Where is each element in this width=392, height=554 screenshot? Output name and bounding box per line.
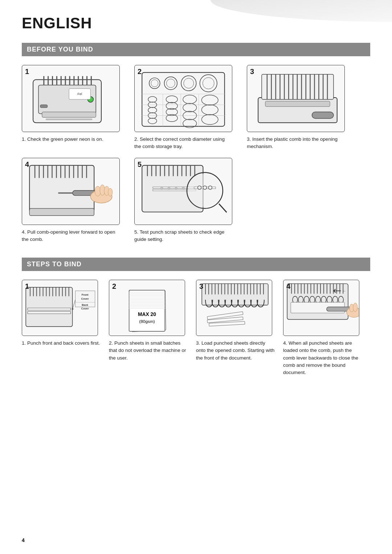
svg-point-113 xyxy=(188,174,221,207)
svg-rect-69 xyxy=(265,101,330,107)
bind-step-item-3: 3 xyxy=(196,280,276,376)
svg-rect-16 xyxy=(42,112,96,118)
bind-step3-caption: 3. Load punched sheets directly onto the… xyxy=(196,340,276,362)
svg-rect-143 xyxy=(129,290,165,332)
bind-step2-image: 2 MAX 20 xyxy=(109,280,185,336)
svg-text:Front: Front xyxy=(82,293,89,296)
svg-point-109 xyxy=(175,187,177,189)
step1-illustration: Fel xyxy=(22,65,119,132)
step1-number: 1 xyxy=(25,67,29,76)
step-item-4: 4 xyxy=(22,158,127,243)
step2-number: 2 xyxy=(138,67,142,76)
step3-caption: 3. Insert the plastic comb into the open… xyxy=(247,136,345,151)
svg-point-107 xyxy=(161,187,163,189)
svg-text:Cover: Cover xyxy=(81,297,89,300)
bind-step-item-4: 4 xyxy=(283,280,363,376)
svg-point-108 xyxy=(168,187,170,189)
section2-header: STEPS TO BIND xyxy=(22,258,370,271)
svg-rect-147 xyxy=(129,296,165,297)
bind-step4-number: 4 xyxy=(286,282,290,291)
svg-text:Back: Back xyxy=(82,303,89,307)
svg-point-90 xyxy=(108,188,113,196)
step3-image: 3 xyxy=(247,65,345,132)
svg-rect-15 xyxy=(40,105,48,108)
steps-to-bind-steps: 1 xyxy=(22,280,370,376)
section2-title: STEPS TO BIND xyxy=(27,260,365,268)
step2-caption: 2. Select the correct comb diameter usin… xyxy=(134,136,232,151)
step4-number: 4 xyxy=(25,160,29,169)
step-item-2: 2 xyxy=(134,65,240,151)
svg-text:Cover: Cover xyxy=(81,307,89,310)
step5-illustration xyxy=(135,158,232,225)
svg-point-110 xyxy=(182,187,184,189)
step2-image: 2 xyxy=(134,65,232,132)
bind-step2-caption: 2. Punch sheets in small batches that do… xyxy=(109,340,189,362)
bind-step-item-2: 2 MAX 20 xyxy=(109,280,189,376)
step1-image: 1 xyxy=(22,65,120,132)
svg-rect-153 xyxy=(129,305,165,306)
step2-illustration xyxy=(135,65,232,132)
svg-rect-155 xyxy=(129,308,165,309)
step4-caption: 4. Pull comb-opening lever forward to op… xyxy=(22,229,120,243)
step-item-3: 3 xyxy=(247,65,352,151)
step3-illustration xyxy=(247,65,344,132)
bind-step1-image: 1 xyxy=(22,280,98,336)
svg-rect-154 xyxy=(129,307,165,307)
step4-illustration xyxy=(22,158,119,225)
svg-text:←: ← xyxy=(343,289,346,293)
before-you-bind-steps: 1 xyxy=(22,65,370,243)
bind-step4-image: 4 xyxy=(283,280,359,336)
svg-text:MAX 20: MAX 20 xyxy=(138,311,156,317)
step5-number: 5 xyxy=(138,160,142,169)
bind-step3-image: 3 xyxy=(196,280,272,336)
header-decoration xyxy=(211,0,392,22)
step-item-5: 5 xyxy=(134,158,240,243)
svg-line-112 xyxy=(219,204,226,212)
svg-rect-17 xyxy=(46,118,93,120)
bind-step3-illustration xyxy=(196,280,272,336)
svg-point-212 xyxy=(353,303,358,312)
bind-step2-number: 2 xyxy=(112,282,116,291)
step-item-1: 1 xyxy=(22,65,127,151)
svg-rect-144 xyxy=(129,292,165,293)
svg-rect-149 xyxy=(129,299,165,300)
step5-image: 5 xyxy=(134,158,232,225)
svg-line-140 xyxy=(73,300,75,309)
svg-point-117 xyxy=(208,186,212,189)
svg-point-87 xyxy=(95,186,101,196)
bind-step3-number: 3 xyxy=(199,282,203,291)
svg-text:(80gsm): (80gsm) xyxy=(139,319,155,324)
section1-title: BEFORE YOU BIND xyxy=(27,46,365,53)
svg-rect-151 xyxy=(129,302,165,303)
svg-rect-145 xyxy=(129,294,165,295)
svg-point-115 xyxy=(198,186,201,189)
section1-header: BEFORE YOU BIND xyxy=(22,43,370,56)
bind-step-item-1: 1 xyxy=(22,280,102,376)
svg-rect-148 xyxy=(129,298,165,299)
svg-rect-68 xyxy=(312,112,334,119)
page-number: 4 xyxy=(22,537,25,543)
bind-step4-caption: 4. When all punched sheets are loaded on… xyxy=(283,340,363,376)
step4-image: 4 xyxy=(22,158,120,225)
bind-step1-caption: 1. Punch front and back covers first. xyxy=(22,340,102,347)
svg-rect-132 xyxy=(28,308,70,310)
svg-text:Fel: Fel xyxy=(78,92,82,96)
svg-rect-146 xyxy=(129,295,165,296)
svg-rect-152 xyxy=(129,304,165,304)
step5-caption: 5. Test punch scrap sheets to check edge… xyxy=(134,229,232,243)
bind-step4-illustration: ← xyxy=(283,280,359,336)
svg-rect-91 xyxy=(29,208,94,216)
svg-rect-133 xyxy=(28,312,70,314)
svg-point-116 xyxy=(203,186,207,189)
step1-caption: 1. Check the green power neon is on. xyxy=(22,136,120,143)
step3-number: 3 xyxy=(250,67,254,76)
bind-step1-number: 1 xyxy=(25,282,29,291)
bind-step2-illustration: MAX 20 (80gsm) xyxy=(109,280,185,336)
bind-step1-illustration: Front Cover Back Cover xyxy=(22,280,98,336)
svg-rect-150 xyxy=(129,301,165,301)
